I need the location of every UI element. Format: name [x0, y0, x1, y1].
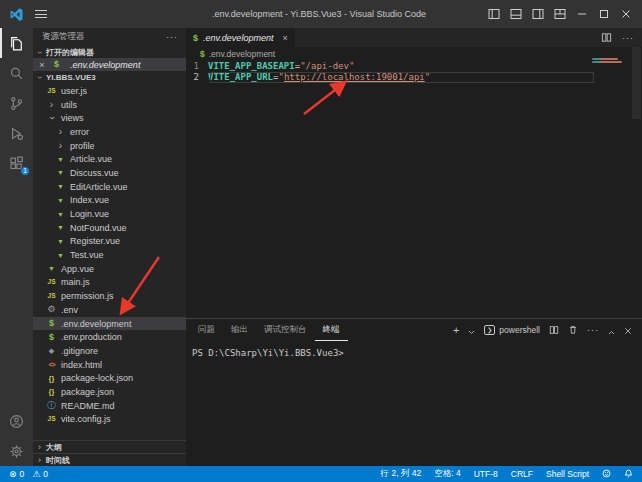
tree-item[interactable]: {} package-lock.json — [33, 371, 186, 385]
notifications-bell-icon[interactable] — [624, 468, 633, 480]
tree-item-label: main.js — [61, 277, 90, 287]
code-line-1: 1 VITE_APP_BASEAPI="/api-dev" — [186, 60, 642, 72]
file-type-icon: JS — [45, 279, 58, 286]
outline-section-header[interactable]: › 大纲 — [33, 440, 186, 453]
extensions-icon[interactable]: 1 — [0, 148, 33, 178]
tree-item[interactable]: JS user.js — [33, 84, 186, 98]
tree-item[interactable]: ▼ Index.vue — [33, 194, 186, 208]
file-type-icon: ▼ — [54, 224, 67, 231]
eol-sequence[interactable]: CRLF — [511, 469, 533, 479]
chevron-right-icon: › — [35, 443, 44, 452]
tree-item[interactable]: ▼ Login.vue — [33, 207, 186, 221]
url-link[interactable]: http://localhost:19001/api — [284, 72, 425, 82]
account-icon[interactable] — [0, 406, 33, 436]
breadcrumb[interactable]: $ .env.development — [186, 47, 642, 60]
panel-tab[interactable]: 问题 — [190, 319, 223, 341]
shell-file-icon: $ — [50, 60, 63, 69]
tree-item[interactable]: JS main.js — [33, 276, 186, 290]
split-terminal-icon[interactable] — [549, 321, 559, 339]
tree-item[interactable]: $ .env.development — [33, 317, 186, 331]
encoding[interactable]: UTF-8 — [474, 469, 498, 479]
kill-terminal-trash-icon[interactable] — [568, 321, 578, 339]
tree-item[interactable]: JS permission.js — [33, 289, 186, 303]
toggle-panel-icon[interactable] — [510, 8, 522, 20]
new-terminal-icon[interactable]: + — [453, 325, 459, 336]
warning-icon: ⚠ — [32, 470, 40, 479]
language-mode[interactable]: Shell Script — [546, 469, 589, 479]
feedback-icon[interactable] — [602, 469, 611, 480]
file-type-icon: ⚙ — [45, 305, 58, 314]
tree-item[interactable]: ⚙ .env — [33, 303, 186, 317]
file-type-icon: › — [54, 141, 67, 151]
editor-more-actions-icon[interactable]: ··· — [622, 33, 634, 43]
panel-more-actions-icon[interactable]: ··· — [587, 325, 599, 335]
tree-item-label: EditArticle.vue — [70, 182, 128, 192]
tree-item[interactable]: › profile — [33, 139, 186, 153]
tree-item[interactable]: {} package.json — [33, 385, 186, 399]
breadcrumb-label: .env.development — [209, 49, 275, 59]
sidebar-more-actions-icon[interactable]: ··· — [166, 32, 178, 42]
tree-item-label: error — [70, 127, 89, 137]
tree-item[interactable]: ▼ Article.vue — [33, 152, 186, 166]
minimize-button[interactable] — [576, 8, 588, 20]
tree-item[interactable]: <> index.html — [33, 358, 186, 372]
timeline-section-header[interactable]: › 时间线 — [33, 453, 186, 466]
menu-icon[interactable] — [35, 10, 47, 18]
panel-tab[interactable]: 输出 — [223, 319, 256, 341]
cursor-position[interactable]: 行 2, 列 42 — [381, 468, 422, 480]
run-debug-icon[interactable] — [0, 118, 33, 148]
terminal-icon: ❯ — [484, 325, 495, 335]
close-panel-icon[interactable] — [624, 321, 632, 339]
tree-item[interactable]: $ .env.production — [33, 330, 186, 344]
problems-errors[interactable]: ⊗ 0 — [9, 469, 24, 479]
tree-item[interactable]: ⓘ README.md — [33, 399, 186, 413]
tree-item[interactable]: › views — [33, 111, 186, 125]
maximize-button[interactable] — [598, 8, 610, 20]
file-type-icon: › — [45, 100, 58, 110]
panel-tab[interactable]: 调试控制台 — [256, 319, 315, 341]
tree-item-label: .env.development — [61, 319, 131, 329]
tab-close-icon[interactable]: × — [282, 33, 287, 43]
file-type-icon: {} — [45, 388, 58, 396]
tree-item[interactable]: ▼ Test.vue — [33, 248, 186, 262]
open-editor-item[interactable]: × $ .env.development — [33, 58, 186, 71]
tree-item-label: profile — [70, 141, 95, 151]
tree-item[interactable]: ▼ NotFound.vue — [33, 221, 186, 235]
tree-item[interactable]: JS vite.config.js — [33, 413, 186, 427]
panel-tab[interactable]: 终端 — [315, 319, 348, 341]
tree-item[interactable]: ▼ App.vue — [33, 262, 186, 276]
tree-item[interactable]: ▼ EditArticle.vue — [33, 180, 186, 194]
terminal-shell-selector[interactable]: ❯ powershell — [484, 325, 540, 335]
customize-layout-icon[interactable] — [554, 8, 566, 20]
editor-tab[interactable]: $ .env.development × — [186, 28, 295, 47]
code-area[interactable]: 1 VITE_APP_BASEAPI="/api-dev" 2 VITE_APP… — [186, 60, 642, 83]
minimap[interactable] — [592, 58, 626, 64]
editor-scrollbar[interactable] — [632, 47, 641, 119]
source-control-icon[interactable] — [0, 88, 33, 118]
env-value: "/api-dev" — [300, 61, 354, 71]
search-icon[interactable] — [0, 58, 33, 88]
tree-item[interactable]: › utils — [33, 98, 186, 112]
editor-group: $ .env.development × ··· $ .env.developm… — [186, 28, 642, 318]
terminal-dropdown-icon[interactable] — [468, 321, 475, 339]
toggle-sidebar-icon[interactable] — [488, 8, 500, 20]
tree-item[interactable]: › error — [33, 125, 186, 139]
settings-gear-icon[interactable] — [0, 436, 33, 466]
terminal-output[interactable]: PS D:\CSharp\Yi\Yi.BBS.Vue3> — [186, 341, 642, 358]
explorer-icon[interactable] — [0, 28, 33, 58]
indentation[interactable]: 空格: 4 — [434, 468, 460, 480]
tree-item-label: Login.vue — [70, 209, 109, 219]
maximize-panel-icon[interactable] — [608, 321, 615, 339]
project-section-header[interactable]: › YI.BBS.VUE3 — [33, 71, 186, 83]
tree-item-label: index.html — [61, 360, 102, 370]
tree-item[interactable]: ▼ Discuss.vue — [33, 166, 186, 180]
problems-warnings[interactable]: ⚠ 0 — [32, 469, 48, 479]
open-editors-header[interactable]: › 打开的编辑器 — [33, 46, 186, 58]
tree-item[interactable]: ◆ .gitignore — [33, 344, 186, 358]
toggle-secondary-sidebar-icon[interactable] — [532, 8, 544, 20]
close-icon[interactable]: × — [38, 60, 46, 70]
tree-item[interactable]: ▼ Register.vue — [33, 235, 186, 249]
close-button[interactable] — [620, 8, 632, 20]
split-editor-icon[interactable] — [601, 29, 612, 47]
tree-item-label: .env — [61, 305, 78, 315]
